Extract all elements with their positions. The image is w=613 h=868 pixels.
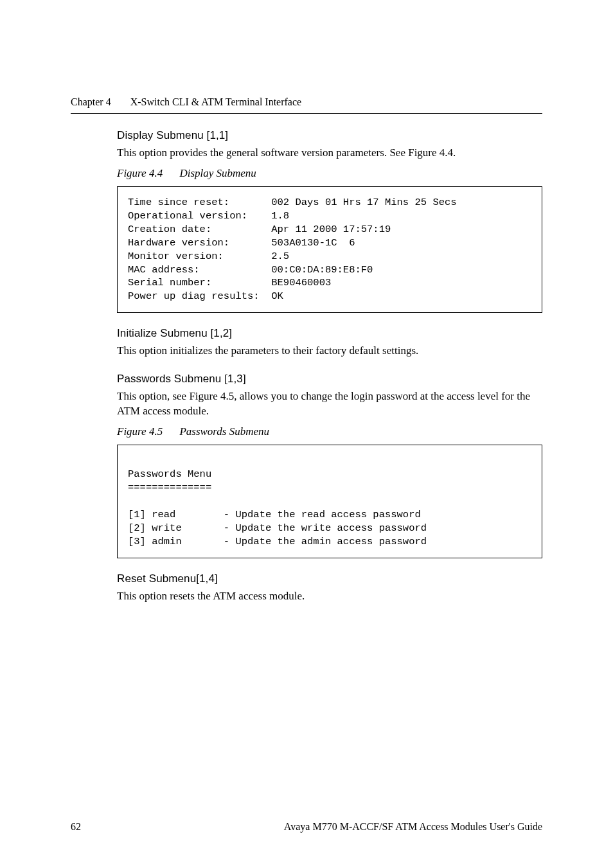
display-body: This option provides the general softwar… bbox=[117, 146, 542, 161]
figure-4-4-code: Time since reset: 002 Days 01 Hrs 17 Min… bbox=[117, 186, 542, 313]
figure-4-5-label: Figure 4.5 bbox=[117, 425, 163, 438]
reset-subhead: Reset Submenu[1,4] bbox=[117, 572, 542, 585]
passwords-subhead: Passwords Submenu [1,3] bbox=[117, 373, 542, 385]
passwords-body: This option, see Figure 4.5, allows you … bbox=[117, 389, 542, 419]
figure-4-4-caption: Figure 4.4 Display Submenu bbox=[117, 167, 542, 180]
chapter-label: Chapter 4 bbox=[71, 96, 111, 107]
initialize-subhead: Initialize Submenu [1,2] bbox=[117, 327, 542, 340]
running-head: Chapter 4 X-Switch CLI & ATM Terminal In… bbox=[71, 96, 542, 108]
figure-4-4-text: Display Submenu bbox=[179, 167, 256, 179]
header-rule bbox=[71, 113, 542, 114]
figure-4-5-text: Passwords Submenu bbox=[179, 425, 269, 438]
page-number: 62 bbox=[71, 821, 81, 833]
doc-title: Avaya M770 M-ACCF/SF ATM Access Modules … bbox=[284, 821, 542, 833]
display-subhead: Display Submenu [1,1] bbox=[117, 129, 542, 142]
chapter-title: X-Switch CLI & ATM Terminal Interface bbox=[130, 96, 302, 107]
page: Chapter 4 X-Switch CLI & ATM Terminal In… bbox=[0, 0, 613, 868]
footer: 62 Avaya M770 M-ACCF/SF ATM Access Modul… bbox=[71, 821, 542, 833]
figure-4-5-caption: Figure 4.5 Passwords Submenu bbox=[117, 425, 542, 438]
reset-body: This option resets the ATM access module… bbox=[117, 589, 542, 604]
content-area: Display Submenu [1,1] This option provid… bbox=[117, 129, 542, 604]
figure-4-4-label: Figure 4.4 bbox=[117, 167, 163, 179]
figure-4-5-code: Passwords Menu ============== [1] read -… bbox=[117, 445, 542, 558]
initialize-body: This option initializes the parameters t… bbox=[117, 344, 542, 359]
